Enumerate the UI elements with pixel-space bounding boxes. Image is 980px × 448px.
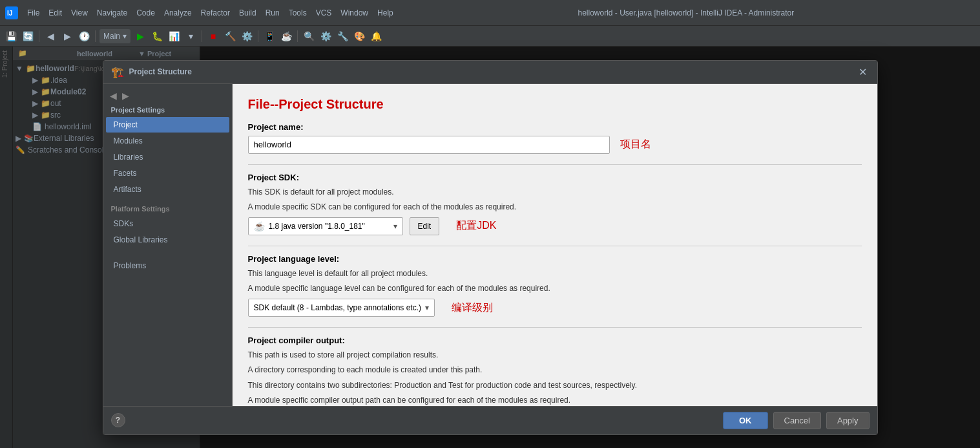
compiler-output-desc3: This directory contains two subdirectori… <box>248 379 862 392</box>
dialog-nav-facets[interactable]: Facets <box>106 165 229 181</box>
cancel-button[interactable]: Cancel <box>773 412 821 429</box>
sdk-edit-button[interactable]: Edit <box>410 217 440 235</box>
toolbar-run-config[interactable]: Main ▾ <box>99 29 130 43</box>
toolbar-sync-btn[interactable]: 🔄 <box>21 29 35 43</box>
menu-view[interactable]: View <box>67 6 92 19</box>
toolbar-sdk-btn[interactable]: ☕ <box>279 29 293 43</box>
menu-edit[interactable]: Edit <box>45 6 66 19</box>
sdk-dropdown-text: 1.8 java version "1.8.0_181" <box>269 222 390 231</box>
toolbar-device-btn[interactable]: 📱 <box>262 29 276 43</box>
sdk-dropdown-arrow-icon: ▾ <box>393 222 397 231</box>
menu-vcs[interactable]: VCS <box>312 6 336 19</box>
menu-window[interactable]: Window <box>337 6 372 19</box>
lang-annotation: 编译级别 <box>452 301 493 315</box>
menu-refactor[interactable]: Refactor <box>197 6 234 19</box>
toolbar-sep1 <box>39 30 39 42</box>
toolbar-run-btn[interactable]: ▶ <box>133 29 147 43</box>
lang-row: SDK default (8 - Lambdas, type annotatio… <box>248 299 862 317</box>
toolbar-settings-btn[interactable]: ⚙️ <box>318 29 333 43</box>
toolbar-sep4 <box>258 30 258 42</box>
project-name-row: 项目名 <box>248 136 862 154</box>
dialog-nav: ◀ ▶ Project Settings Project Modules Lib… <box>103 84 233 406</box>
dialog-nav-sdks[interactable]: SDKs <box>106 216 229 231</box>
menu-help[interactable]: Help <box>373 6 397 19</box>
compiler-output-desc1: This path is used to store all project c… <box>248 349 862 361</box>
dialog-header: 🏗️ Project Structure ✕ <box>103 61 877 84</box>
project-lang-label: Project language level: <box>248 254 862 264</box>
compiler-output-label: Project compiler output: <box>248 336 862 345</box>
apply-button[interactable]: Apply <box>826 412 870 429</box>
ide-logo: IJ <box>5 6 18 19</box>
dialog-nav-global-libraries[interactable]: Global Libraries <box>106 232 229 248</box>
toolbar-build-btn[interactable]: 🔨 <box>223 29 237 43</box>
toolbar-run-dropdown-btn[interactable]: ▾ <box>183 29 198 43</box>
dialog-platform-settings-label: Platform Settings <box>103 200 232 215</box>
menu-build[interactable]: Build <box>235 6 260 19</box>
dialog-nav-back-forward: ◀ ▶ <box>103 89 232 102</box>
ok-button[interactable]: OK <box>723 412 768 429</box>
dialog-content: File--Project Structure Project name: 项目… <box>233 84 877 406</box>
toolbar-back-btn[interactable]: ◀ <box>43 29 57 43</box>
toolbar-notifications-btn[interactable]: 🔔 <box>369 29 383 43</box>
dialog-project-settings-label: Project Settings <box>103 102 232 116</box>
toolbar-theme-btn[interactable]: 🎨 <box>352 29 366 43</box>
dialog-header-left: 🏗️ Project Structure <box>111 66 192 78</box>
dialog-nav-project[interactable]: Project <box>106 117 229 133</box>
dialog-close-button[interactable]: ✕ <box>856 66 870 78</box>
project-name-input[interactable] <box>248 136 610 154</box>
dialog-overlay: 🏗️ Project Structure ✕ ◀ ▶ Project Setti… <box>0 47 980 448</box>
sdk-dropdown[interactable]: ☕ 1.8 java version "1.8.0_181" ▾ <box>248 217 403 235</box>
dialog-nav-artifacts[interactable]: Artifacts <box>106 182 229 197</box>
project-name-section: Project name: 项目名 <box>248 122 862 154</box>
project-name-label: Project name: <box>248 122 862 132</box>
toolbar-sep2 <box>95 30 96 42</box>
dialog-footer-buttons: OK Cancel Apply <box>723 412 870 429</box>
toolbar-find-btn[interactable]: 🔍 <box>302 29 316 43</box>
project-sdk-desc2: A module specific SDK can be configured … <box>248 201 862 213</box>
ide-title: helloworld - User.java [helloworld] - In… <box>397 8 975 17</box>
menu-code[interactable]: Code <box>132 6 159 19</box>
toolbar-debug-btn[interactable]: 🐛 <box>150 29 164 43</box>
toolbar-plugins-btn[interactable]: 🔧 <box>335 29 349 43</box>
dialog-nav-modules[interactable]: Modules <box>106 133 229 149</box>
toolbar-build2-btn[interactable]: ⚙️ <box>240 29 254 43</box>
dialog-nav-libraries[interactable]: Libraries <box>106 149 229 165</box>
divider2 <box>248 246 862 246</box>
menu-bar: File Edit View Navigate Code Analyze Ref… <box>23 6 397 19</box>
compiler-output-section: Project compiler output: This path is us… <box>248 336 862 405</box>
ide-toolbar: 💾 🔄 ◀ ▶ 🕐 Main ▾ ▶ 🐛 📊 ▾ ■ 🔨 ⚙️ 📱 ☕ 🔍 ⚙️… <box>0 26 980 47</box>
lang-level-dropdown[interactable]: SDK default (8 - Lambdas, type annotatio… <box>248 299 435 317</box>
project-lang-desc2: A module specific language level can be … <box>248 283 862 295</box>
dialog-footer: ? OK Cancel Apply <box>103 406 877 434</box>
project-lang-section: Project language level: This language le… <box>248 254 862 317</box>
toolbar-save-btn[interactable]: 💾 <box>4 29 18 43</box>
menu-run[interactable]: Run <box>262 6 284 19</box>
dialog-title-text: Project Structure <box>129 67 192 76</box>
toolbar-forward-btn[interactable]: ▶ <box>60 29 74 43</box>
project-sdk-section: Project SDK: This SDK is default for all… <box>248 173 862 235</box>
sdk-row: ☕ 1.8 java version "1.8.0_181" ▾ Edit 配置… <box>248 217 862 235</box>
dialog-title-icon: 🏗️ <box>111 66 124 78</box>
toolbar-coverage-btn[interactable]: 📊 <box>167 29 181 43</box>
toolbar-sep5 <box>297 30 298 42</box>
ide-topbar: IJ File Edit View Navigate Code Analyze … <box>0 0 980 26</box>
toolbar-recent-btn[interactable]: 🕐 <box>77 29 91 43</box>
lang-dropdown-text: SDK default (8 - Lambdas, type annotatio… <box>254 303 421 312</box>
project-sdk-label: Project SDK: <box>248 173 862 182</box>
help-button[interactable]: ? <box>111 413 125 427</box>
divider1 <box>248 164 862 165</box>
project-lang-desc1: This language level is default for all p… <box>248 268 862 280</box>
toolbar-stop-btn[interactable]: ■ <box>206 29 220 43</box>
dialog-nav-back-btn[interactable]: ◀ <box>109 91 118 101</box>
menu-tools[interactable]: Tools <box>285 6 311 19</box>
project-structure-dialog: 🏗️ Project Structure ✕ ◀ ▶ Project Setti… <box>103 60 878 435</box>
sdk-annotation: 配置JDK <box>456 219 496 233</box>
menu-file[interactable]: File <box>23 6 43 19</box>
menu-analyze[interactable]: Analyze <box>160 6 196 19</box>
toolbar-sep3 <box>202 30 202 42</box>
dialog-nav-forward-btn[interactable]: ▶ <box>121 91 130 101</box>
divider3 <box>248 327 862 328</box>
dialog-body: ◀ ▶ Project Settings Project Modules Lib… <box>103 84 877 406</box>
menu-navigate[interactable]: Navigate <box>93 6 131 19</box>
dialog-nav-problems[interactable]: Problems <box>106 258 229 273</box>
